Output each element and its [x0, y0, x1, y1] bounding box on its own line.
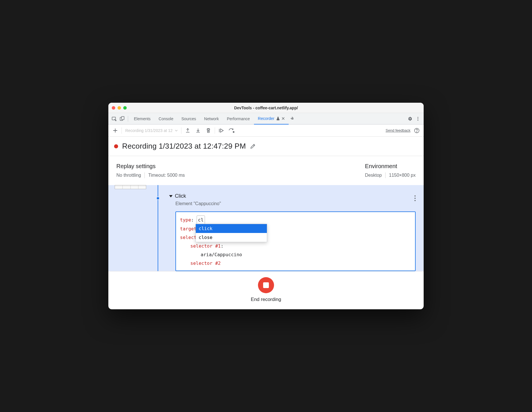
stop-recording-button[interactable] — [258, 277, 274, 293]
svg-point-8 — [416, 131, 417, 132]
settings-icon[interactable] — [406, 115, 414, 123]
traffic-lights — [112, 106, 127, 110]
recorder-toolbar: Recording 1/31/2023 at 12 Send feedback — [108, 125, 424, 137]
replay-settings-block: Replay settings No throttling Timeout: 5… — [116, 163, 185, 178]
divider — [215, 127, 215, 134]
target-key: target — [180, 226, 197, 232]
delete-icon[interactable] — [204, 127, 212, 135]
tab-label: Performance — [227, 116, 250, 121]
throttling-value[interactable]: No throttling — [116, 173, 141, 178]
maximize-window-button[interactable] — [123, 106, 127, 110]
step-header[interactable]: Click — [169, 193, 186, 199]
replay-settings-heading: Replay settings — [116, 163, 185, 170]
device-value: Desktop — [365, 173, 382, 178]
tab-label: Network — [204, 116, 219, 121]
settings-row: Replay settings No throttling Timeout: 5… — [108, 156, 424, 185]
tab-network[interactable]: Network — [200, 113, 223, 125]
end-recording-label: End recording — [251, 297, 281, 302]
svg-point-3 — [418, 117, 418, 118]
inspect-icon[interactable] — [110, 115, 118, 123]
svg-rect-2 — [122, 116, 124, 120]
flask-icon — [276, 116, 280, 121]
tab-label: Console — [159, 116, 173, 121]
svg-point-5 — [418, 120, 418, 121]
timeout-value[interactable]: Timeout: 5000 ms — [148, 173, 185, 178]
expand-caret-icon — [169, 195, 173, 197]
tab-sources[interactable]: Sources — [177, 113, 200, 125]
tab-label: Elements — [134, 116, 150, 121]
minimize-window-button[interactable] — [118, 106, 121, 110]
step-area: Click Element "Cappuccino" type: cl targ… — [108, 185, 424, 271]
main-tabbar: Elements Console Sources Network Perform… — [108, 113, 424, 125]
tab-label: Recorder — [258, 116, 275, 121]
stop-icon — [263, 282, 269, 288]
autocomplete-option-close[interactable]: close — [196, 233, 267, 242]
type-key: type — [180, 217, 191, 223]
recording-title: Recording 1/31/2023 at 12:47:29 PM — [122, 142, 246, 151]
autocomplete-popup: click close — [195, 224, 267, 242]
step-icon[interactable] — [228, 127, 236, 135]
kebab-menu-icon[interactable] — [414, 115, 422, 123]
titlebar: DevTools - coffee-cart.netlify.app/ — [108, 103, 424, 113]
step-subtitle: Element "Cappuccino" — [175, 201, 221, 206]
divider — [385, 172, 386, 178]
more-tabs-icon[interactable] — [289, 115, 297, 123]
selector2-key: selector #2 — [190, 261, 221, 266]
divider — [181, 127, 181, 134]
add-recording-icon[interactable] — [111, 127, 119, 135]
step-title: Click — [175, 193, 186, 199]
edit-title-icon[interactable] — [250, 143, 256, 149]
divider — [144, 172, 145, 178]
footer: End recording — [108, 271, 424, 309]
tab-console[interactable]: Console — [154, 113, 177, 125]
recording-select-label: Recording 1/31/2023 at 12 — [125, 128, 173, 133]
screenshot-thumbnails[interactable] — [115, 185, 146, 189]
step-menu-icon[interactable] — [414, 195, 416, 201]
autocomplete-option-click[interactable]: click — [196, 224, 267, 233]
svg-point-4 — [418, 118, 418, 119]
selector1-key: selector #1 — [190, 243, 221, 249]
help-icon[interactable] — [413, 127, 421, 135]
close-window-button[interactable] — [112, 106, 115, 110]
timeline-dot — [156, 197, 160, 200]
tab-recorder[interactable]: Recorder — [254, 113, 289, 125]
window-title: DevTools - coffee-cart.netlify.app/ — [108, 106, 424, 110]
environment-block: Environment Desktop 1150×800 px — [365, 163, 416, 178]
environment-heading: Environment — [365, 163, 416, 170]
svg-point-6 — [233, 131, 234, 133]
selectors-key: select — [180, 235, 197, 240]
devtools-window: DevTools - coffee-cart.netlify.app/ Elem… — [108, 103, 424, 309]
selector1-value[interactable]: aria/Cappuccino — [180, 250, 411, 259]
viewport-value: 1150×800 px — [389, 173, 416, 178]
type-input[interactable]: cl — [197, 215, 205, 225]
divider — [128, 116, 128, 122]
tab-performance[interactable]: Performance — [223, 113, 254, 125]
replay-icon[interactable] — [217, 127, 225, 135]
recording-title-section: Recording 1/31/2023 at 12:47:29 PM — [108, 137, 424, 156]
recording-indicator-icon — [114, 144, 118, 148]
import-icon[interactable] — [194, 127, 202, 135]
close-tab-icon[interactable] — [282, 117, 285, 120]
recording-select[interactable]: Recording 1/31/2023 at 12 — [124, 128, 179, 133]
tab-label: Sources — [181, 116, 196, 121]
feedback-link[interactable]: Send feedback — [386, 128, 410, 133]
export-icon[interactable] — [184, 127, 192, 135]
chevron-down-icon — [175, 129, 178, 132]
tab-elements[interactable]: Elements — [130, 113, 154, 125]
device-toggle-icon[interactable] — [118, 115, 126, 123]
divider — [122, 127, 122, 134]
